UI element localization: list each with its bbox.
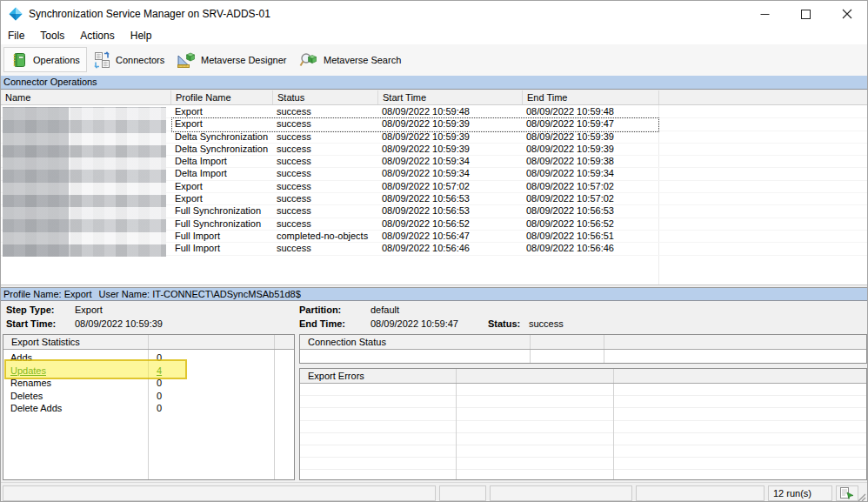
metaverse-search-button[interactable]: Metaverse Search xyxy=(292,47,408,72)
window-title: Synchronization Service Manager on SRV-A… xyxy=(29,8,270,20)
statistic-label: Deletes xyxy=(10,390,43,402)
export-error-empty-row xyxy=(300,396,866,408)
menu-actions[interactable]: Actions xyxy=(72,27,122,44)
toolbar: Operations Connectors Metaverse xyxy=(1,44,867,76)
step-type-value: Export xyxy=(75,305,103,315)
run-count-pane: 12 run(s) xyxy=(768,485,832,501)
statistic-value: 0 xyxy=(157,390,162,402)
status-pane xyxy=(3,485,436,501)
run-profile-header: Profile Name: ExportUser Name: IT-CONNEC… xyxy=(1,287,867,301)
statistic-link[interactable]: Updates xyxy=(10,365,46,377)
menu-file[interactable]: File xyxy=(1,27,32,44)
export-error-empty-row xyxy=(300,433,866,445)
export-statistics-rows: Adds0Updates4Renames0Deletes0Delete Adds… xyxy=(3,350,294,415)
metaverse-search-button-label: Metaverse Search xyxy=(324,55,401,65)
start-time-label: Start Time: xyxy=(6,318,56,329)
export-statistics-title: Export Statistics xyxy=(3,337,80,347)
statistic-label: Adds xyxy=(10,351,32,364)
connector-operations-header: Connector Operations xyxy=(1,76,867,90)
close-icon xyxy=(842,9,852,19)
connector-operations-title: Connector Operations xyxy=(3,77,97,87)
column-header-filler xyxy=(659,90,867,104)
name-column-redaction-blur xyxy=(3,107,166,257)
menu-tools[interactable]: Tools xyxy=(32,27,72,44)
panel-column-line xyxy=(613,384,614,479)
menu-bar: File Tools Actions Help xyxy=(1,27,867,44)
metaverse-search-icon xyxy=(299,51,318,69)
export-error-empty-row xyxy=(300,384,866,396)
column-header-end-time[interactable]: End Time xyxy=(523,90,659,104)
panel-header-divider xyxy=(604,335,604,349)
connectors-icon xyxy=(93,51,110,69)
metaverse-designer-button-label: Metaverse Designer xyxy=(201,55,286,65)
statistic-label: Renames xyxy=(10,377,51,389)
status-pane xyxy=(439,485,486,501)
end-time-value: 08/09/2022 10:59:47 xyxy=(371,318,458,329)
operations-rows: Exportsuccess08/09/2022 10:59:4808/09/20… xyxy=(1,105,867,284)
statistic-row: Delete Adds0 xyxy=(3,402,294,415)
panel-header-divider xyxy=(530,335,531,349)
operations-button[interactable]: Operations xyxy=(3,47,87,72)
resize-grip[interactable] xyxy=(856,492,866,502)
statistic-value: 0 xyxy=(157,377,162,389)
export-statistics-header: Export Statistics xyxy=(3,335,294,350)
maximize-icon xyxy=(801,10,811,19)
run-count: 12 run(s) xyxy=(773,488,811,499)
column-header-start-time[interactable]: Start Time xyxy=(378,90,523,104)
column-header-name[interactable]: Name xyxy=(1,90,171,104)
statistic-row: Adds0 xyxy=(3,351,294,365)
operations-book-icon xyxy=(10,51,28,69)
export-errors-rows xyxy=(300,384,866,483)
column-header-profile-name[interactable]: Profile Name xyxy=(171,90,273,104)
panel-column-line xyxy=(456,384,457,479)
title-bar: Synchronization Service Manager on SRV-A… xyxy=(1,1,867,27)
export-error-empty-row xyxy=(300,445,866,458)
export-errors-header: Export Errors xyxy=(300,369,866,384)
panel-header-divider xyxy=(456,369,457,383)
status-pane xyxy=(490,485,632,501)
panel-column-line xyxy=(530,350,531,363)
profile-name-label: Profile Name: Export xyxy=(3,289,91,299)
statistic-value: 0 xyxy=(157,402,162,414)
minimize-button[interactable] xyxy=(744,1,785,27)
panel-header-divider xyxy=(274,335,275,349)
panel-column-line xyxy=(604,350,604,363)
connection-status-title: Connection Status xyxy=(300,337,386,347)
operations-log-icon xyxy=(840,487,854,499)
run-details: Step Type: Export Partition: default Sta… xyxy=(1,302,867,334)
statistic-value: 0 xyxy=(157,351,162,364)
statistic-value-link[interactable]: 4 xyxy=(157,365,162,377)
export-error-empty-row xyxy=(300,421,866,433)
partition-value: default xyxy=(371,305,399,315)
statistic-row: Deletes0 xyxy=(3,390,294,403)
statistic-label: Delete Adds xyxy=(10,402,62,414)
operations-button-label: Operations xyxy=(33,55,80,65)
export-error-empty-row xyxy=(300,470,866,482)
connection-status-panel: Connection Status xyxy=(299,334,867,364)
connection-status-header: Connection Status xyxy=(300,335,866,350)
close-button[interactable] xyxy=(826,1,867,27)
panel-header-divider xyxy=(148,335,149,349)
operations-table-header: Name Profile Name Status Start Time End … xyxy=(1,90,867,105)
operations-table: Name Profile Name Status Start Time End … xyxy=(1,90,867,285)
start-time-value: 08/09/2022 10:59:39 xyxy=(75,318,163,329)
statistic-row: Updates4 xyxy=(3,365,294,378)
status-bar: 12 run(s) xyxy=(1,482,867,502)
step-type-label: Step Type: xyxy=(6,305,54,315)
export-statistics-panel: Export Statistics Adds0Updates4Renames0D… xyxy=(3,334,295,480)
partition-label: Partition: xyxy=(299,305,341,315)
export-errors-title: Export Errors xyxy=(300,371,364,381)
export-error-empty-row xyxy=(300,408,866,420)
statistic-row: Renames0 xyxy=(3,377,294,390)
status-pane xyxy=(636,485,765,501)
maximize-button[interactable] xyxy=(785,1,826,27)
sync-diamond-icon xyxy=(9,7,23,21)
metaverse-designer-button[interactable]: Metaverse Designer xyxy=(170,47,293,72)
user-name-label: User Name: IT-CONNECT\ADSyncMSAb51d8$ xyxy=(98,289,300,299)
end-time-label: End Time: xyxy=(299,318,345,329)
panel-header-divider xyxy=(613,369,614,383)
menu-help[interactable]: Help xyxy=(123,27,160,44)
connectors-button[interactable]: Connectors xyxy=(86,47,171,72)
column-header-status[interactable]: Status xyxy=(273,90,378,104)
metaverse-designer-icon xyxy=(177,51,196,69)
